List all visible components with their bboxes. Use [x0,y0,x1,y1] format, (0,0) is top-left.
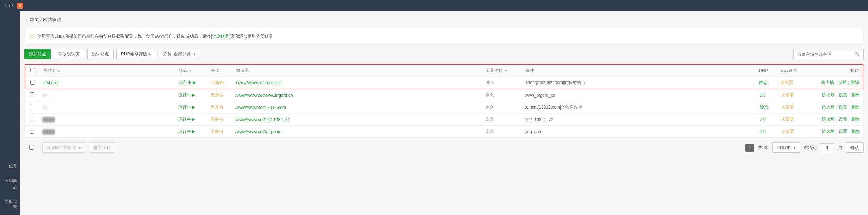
default-site-button[interactable]: 默认站点 [87,49,114,59]
site-name-link[interactable]: vv [43,93,47,98]
backup-link[interactable]: 无备份 [210,92,223,98]
pager-goto-pre: 跳转到 [804,145,817,151]
backup-link[interactable]: 无备份 [210,129,223,134]
topbar-badge[interactable]: 0 [17,3,23,9]
row-checkbox[interactable] [30,105,34,109]
ssl-link[interactable]: 未部署 [781,117,794,122]
settings-link[interactable]: 设置 [839,105,847,110]
root-dir-link[interactable]: /www/wwwroot/12312.com [235,105,286,110]
warning-icon: ⚠ [30,34,34,39]
note-text: qqq_com [525,129,542,134]
col-name[interactable]: 网站名▲ [40,65,175,76]
status-link[interactable]: 运行中▶ [178,117,195,122]
batch-select-dropdown[interactable]: 请选择批量操作 ▼ [42,142,85,153]
status-link[interactable]: 运行中▶ [178,105,195,110]
alert-text-pre: 使用宝塔Linux面板创建站点时会自动创建权限配置，统一使用www用户，建站成功… [37,34,212,39]
default-page-button[interactable]: 修改默认页 [54,49,84,59]
root-dir-link[interactable]: /www/wwwroot/qqq.com [235,129,281,134]
table-row: vv运行中▶无备份/www/wwwroot/www.bfgdfd.cn永久www… [25,89,863,101]
ssl-link[interactable]: 未部署 [781,92,794,98]
status-link[interactable]: 运行中▶ [178,129,195,134]
delete-link[interactable]: 删除 [851,92,860,98]
php-link[interactable]: 5.6 [760,93,766,98]
table-header: 网站名▲ 状态▼ 备份 根目录 到期时间▼ 备注 PHP SSL证书 操作 [25,65,863,77]
firewall-link[interactable]: 防火墙 [822,129,835,134]
root-dir-link[interactable]: /www/wwwroot/www.bfgdfd.cn [235,93,293,98]
backup-link[interactable]: 无备份 [211,80,224,85]
site-name-link[interactable]: test.com [43,80,59,85]
php-link[interactable]: 5.6 [760,129,766,134]
status-link[interactable]: 运行中▶ [179,80,196,85]
sidebar-item-tasks[interactable]: 任务 [0,159,20,174]
breadcrumb-current: 网站管理 [43,17,61,22]
backup-link[interactable]: 无备份 [210,105,223,110]
delete-link[interactable]: 删除 [851,105,860,110]
search-icon: 🔍 [854,52,860,57]
firewall-link[interactable]: 防火墙 [822,117,835,122]
search-button[interactable]: 🔍 [851,50,863,59]
delete-link[interactable]: 删除 [850,80,859,85]
row-checkbox[interactable] [30,92,34,97]
pager-pagesize-dropdown[interactable]: 20条/页 ▼ [772,142,800,153]
col-expire[interactable]: 到期时间▼ [483,65,522,76]
delete-link[interactable]: 删除 [851,117,860,122]
settings-link[interactable]: 设置 [839,129,847,134]
category-dropdown[interactable]: 分类: 全部分类 ▼ [159,49,200,59]
select-all-bottom-checkbox[interactable] [29,145,34,150]
batch-select-label: 请选择批量操作 [46,145,76,151]
pager-pagesize-label: 20条/页 [776,145,791,151]
toolbar: 添加站点 修改默认页 默认站点 PHP命令行版本 分类: 全部分类 ▼ 🔍 [24,49,864,59]
alert-link[interactable]: 计划任务 [212,34,229,39]
note-text: www_bfgdfd_cn [525,93,555,98]
table-body: test.com运行中▶无备份/www/wwwroot/test.com永久sp… [25,77,863,138]
pager-goto-input[interactable] [820,143,834,152]
note-text: tomcat[12312.com]的映射站点 [525,105,583,110]
ssl-link[interactable]: 未部署 [781,129,794,134]
alert-text-post: ]页面添加定时备份任务! [229,34,275,39]
pager-current[interactable]: 1 [745,144,754,152]
sidebar-item-appstore[interactable]: 应用商店 [0,174,20,194]
site-name-link[interactable]: ████ [43,129,55,134]
batch-exec-button[interactable]: 批量操作 [89,142,115,153]
sidebar-item-settings[interactable]: 面板设置 [0,194,20,215]
backup-link[interactable]: 无备份 [210,117,223,122]
highlight-box-top: 网站名▲ 状态▼ 备份 根目录 到期时间▼ 备注 PHP SSL证书 操作 [25,64,863,77]
add-site-button[interactable]: 添加站点 [24,49,51,59]
ssl-link[interactable]: 未部署 [780,80,793,85]
play-icon: ▶ [192,92,195,98]
chevron-down-icon: ▼ [793,146,796,150]
play-icon: ▶ [192,129,195,134]
pager-goto-post: 页 [838,145,842,151]
select-all-checkbox[interactable] [30,68,35,72]
sort-icon: ▼ [504,69,508,72]
settings-link[interactable]: 设置 [839,117,847,122]
search-input[interactable] [794,50,851,59]
sort-icon: ▼ [189,69,192,72]
settings-link[interactable]: 设置 [838,80,847,85]
row-checkbox[interactable] [30,80,35,85]
col-status[interactable]: 状态▼ [175,65,208,76]
php-link[interactable]: 静态 [760,105,768,110]
status-link[interactable]: 运行中▶ [178,92,195,98]
pager-confirm-button[interactable]: 确认 [846,142,864,153]
site-name-link[interactable]: ████ [43,117,55,122]
firewall-link[interactable]: 防火墙 [822,105,835,110]
row-checkbox[interactable] [30,129,34,134]
row-checkbox[interactable] [30,117,34,121]
ssl-link[interactable]: 未部署 [781,105,794,110]
php-link[interactable]: 静态 [759,80,768,85]
expire-text: 永久 [486,80,495,85]
php-cli-button[interactable]: PHP命令行版本 [116,49,156,59]
expire-text: 永久 [485,117,494,122]
breadcrumb-home[interactable]: 首页 [30,17,39,22]
site-name-link[interactable]: 11 [43,105,47,110]
table-row: ████运行中▶无备份/www/wwwroot/192.168.1.72永久19… [25,114,863,126]
expire-text: 永久 [485,105,494,110]
root-dir-link[interactable]: /www/wwwroot/192.168.1.72 [235,117,290,122]
firewall-link[interactable]: 防火墙 [821,80,834,85]
delete-link[interactable]: 删除 [851,129,860,134]
settings-link[interactable]: 设置 [839,92,847,98]
firewall-link[interactable]: 防火墙 [822,92,835,98]
php-link[interactable]: 7.0 [760,117,766,122]
root-dir-link[interactable]: /www/wwwroot/test.com [236,80,282,85]
